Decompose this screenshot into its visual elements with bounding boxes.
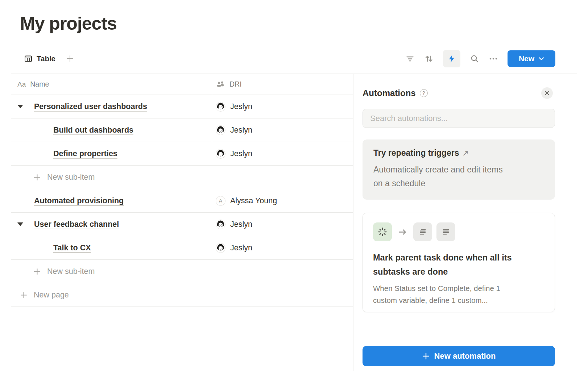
dri-cell[interactable]: Jeslyn: [212, 95, 353, 118]
name-cell: Talk to CX: [11, 236, 212, 259]
status-trigger-icon: [373, 222, 392, 241]
close-panel-button[interactable]: [541, 87, 553, 99]
table-header-row: Aa Name DRI: [11, 74, 353, 95]
repeating-triggers-promo-card[interactable]: Try repeating triggers↗ Automatically cr…: [363, 139, 555, 200]
search-icon: [470, 54, 479, 63]
column-name-label: Name: [30, 80, 49, 88]
add-view-button[interactable]: [66, 54, 74, 63]
jeslyn-avatar: [216, 220, 225, 229]
new-page-row[interactable]: New page: [11, 283, 353, 307]
page-link[interactable]: Automated provisioning: [34, 196, 124, 205]
view-tab-label: Table: [37, 54, 55, 63]
name-cell: Automated provisioning: [11, 189, 212, 212]
table-row: Build out dashboards Jeslyn: [11, 118, 353, 142]
panel-title: Automations: [363, 88, 416, 98]
plus-icon: [33, 268, 41, 275]
jeslyn-avatar: [216, 243, 225, 253]
projects-table: Aa Name DRI Personalized user dashboards: [11, 74, 353, 307]
dri-person-name: Jeslyn: [230, 102, 252, 111]
page-link[interactable]: Personalized user dashboards: [34, 102, 147, 111]
page-link[interactable]: User feedback channel: [34, 220, 119, 229]
page-link[interactable]: Talk to CX: [53, 243, 91, 253]
table-row: User feedback channel Jeslyn: [11, 213, 353, 236]
dri-cell[interactable]: Jeslyn: [212, 118, 353, 142]
row-toggle-icon[interactable]: [17, 222, 23, 226]
dri-cell[interactable]: A Alyssa Young: [212, 189, 353, 212]
page-link[interactable]: Build out dashboards: [53, 126, 133, 135]
dri-person-name: Jeslyn: [230, 243, 252, 253]
automation-title: Mark parent task done when all its subta…: [373, 251, 544, 279]
sort-button[interactable]: [424, 54, 434, 63]
promo-description: Automatically create and edit items on a…: [373, 163, 544, 190]
automation-description: When Status set to Complete, define 1 cu…: [373, 282, 544, 306]
new-sub-item-row[interactable]: New sub-item: [11, 166, 353, 189]
name-cell: Build out dashboards: [11, 118, 212, 142]
alyssa-avatar: A: [216, 196, 225, 206]
person-property-icon: [216, 80, 225, 89]
title-property-icon: Aa: [17, 80, 26, 88]
column-header-dri[interactable]: DRI: [212, 74, 353, 95]
table-row: Talk to CX Jeslyn: [11, 236, 353, 260]
chevron-down-icon: [539, 57, 544, 61]
table-row: Personalized user dashboards Jeslyn: [11, 95, 353, 118]
help-icon[interactable]: ?: [420, 89, 428, 97]
new-sub-item-label: New sub-item: [47, 173, 95, 182]
dri-cell[interactable]: Jeslyn: [212, 142, 353, 165]
page-title: My projects: [20, 13, 117, 34]
sort-icon: [424, 54, 434, 63]
new-button-label: New: [519, 54, 534, 63]
more-options-button[interactable]: [489, 54, 498, 63]
edit-property-icon: [413, 222, 432, 241]
promo-title: Try repeating triggers↗: [373, 148, 544, 158]
automation-card[interactable]: Mark parent task done when all its subta…: [363, 213, 555, 312]
search-automations-input[interactable]: [363, 109, 555, 128]
new-button[interactable]: New: [508, 50, 555, 67]
ellipsis-icon: [489, 54, 498, 63]
table-row: Define properties Jeslyn: [11, 142, 353, 166]
column-dri-label: DRI: [229, 80, 242, 88]
automations-panel-header: Automations ?: [363, 86, 555, 101]
dri-cell[interactable]: Jeslyn: [212, 213, 353, 236]
edit-property-icon: [436, 222, 455, 241]
dri-person-name: Alyssa Young: [230, 196, 277, 205]
automations-button[interactable]: [443, 50, 460, 67]
name-cell: Define properties: [11, 142, 212, 165]
plus-icon: [422, 352, 430, 360]
view-bar: Table: [24, 50, 74, 67]
plus-icon: [20, 291, 28, 299]
filter-icon: [405, 54, 415, 63]
jeslyn-avatar: [216, 149, 225, 159]
tab-table-view[interactable]: Table: [24, 54, 55, 63]
row-toggle-icon[interactable]: [17, 105, 23, 108]
arrow-right-icon: [398, 227, 407, 237]
external-arrow-icon: ↗: [462, 149, 468, 158]
view-toolbar: New: [405, 50, 555, 67]
name-cell: User feedback channel: [11, 213, 212, 236]
column-header-name[interactable]: Aa Name: [11, 74, 212, 95]
new-sub-item-row[interactable]: New sub-item: [11, 260, 353, 283]
automations-panel: Automations ? Try repeating triggers↗ Au…: [363, 86, 555, 366]
page-link[interactable]: Define properties: [53, 149, 117, 158]
new-automation-button[interactable]: New automation: [363, 346, 555, 366]
close-icon: [544, 91, 550, 96]
new-sub-item-label: New sub-item: [47, 267, 95, 276]
app-canvas: { "colors": { "accent": "#2383e2", "text…: [0, 0, 588, 371]
new-automation-label: New automation: [434, 351, 496, 361]
table-view-icon: [24, 54, 33, 63]
plus-icon: [66, 54, 74, 63]
search-button[interactable]: [470, 54, 479, 63]
dri-person-name: Jeslyn: [230, 126, 252, 135]
lightning-icon: [447, 54, 456, 63]
filter-button[interactable]: [405, 54, 415, 63]
dri-person-name: Jeslyn: [230, 149, 252, 158]
name-cell: Personalized user dashboards: [11, 95, 212, 118]
dri-cell[interactable]: Jeslyn: [212, 236, 353, 259]
new-page-label: New page: [34, 291, 69, 300]
dri-person-name: Jeslyn: [230, 220, 252, 229]
table-row: Automated provisioning A Alyssa Young: [11, 189, 353, 213]
panel-divider: [353, 74, 353, 371]
jeslyn-avatar: [216, 125, 225, 135]
jeslyn-avatar: [216, 102, 225, 112]
automation-flow-icons: [373, 222, 544, 241]
plus-icon: [33, 174, 41, 181]
